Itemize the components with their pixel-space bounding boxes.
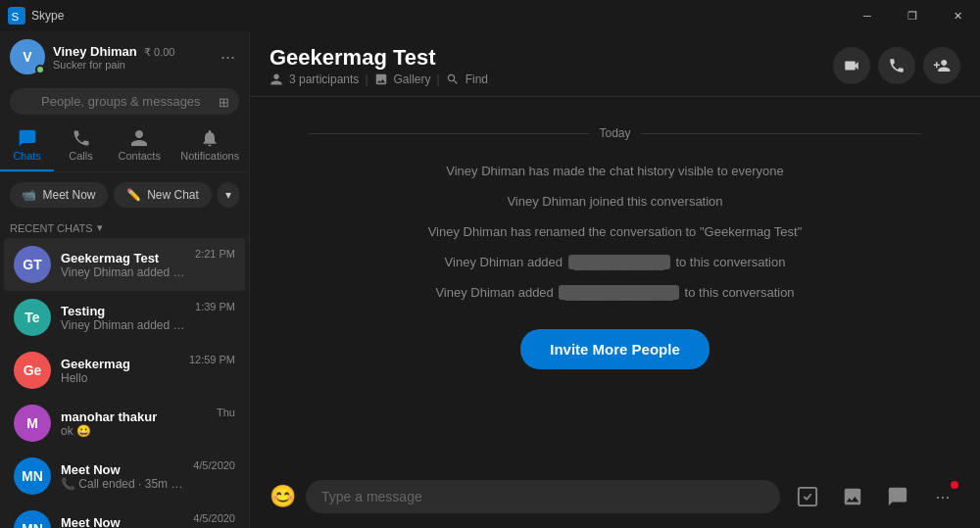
- tab-contacts[interactable]: Contacts: [108, 124, 171, 171]
- chat-avatar: MN: [14, 457, 51, 495]
- video-call-button[interactable]: [833, 47, 870, 84]
- meet-now-icon: 📹: [22, 188, 36, 202]
- search-area: 🔍 ⊞: [0, 82, 249, 120]
- profile-status: Sucker for pain: [53, 59, 174, 71]
- chat-list-item-manohar[interactable]: M manohar thakur ok 😀 Thu: [4, 397, 245, 450]
- chat-header-left: Geekermag Test 3 participants | Gallery …: [270, 45, 488, 86]
- profile-more-icon[interactable]: ···: [217, 43, 239, 72]
- chat-name: Meet Now: [61, 462, 183, 477]
- chat-preview: ok 😀: [61, 424, 207, 438]
- audio-call-button[interactable]: [878, 47, 915, 84]
- avatar[interactable]: V: [10, 39, 45, 74]
- system-message-1: Viney Dhiman has made the chat history v…: [309, 162, 921, 180]
- avatar-initials: V: [23, 49, 31, 65]
- chat-list-item-geekermag-test[interactable]: GT Geekermag Test Viney Dhiman added Mri…: [4, 238, 245, 291]
- messages-area: Today Viney Dhiman has made the chat his…: [250, 97, 980, 469]
- chat-list-item-meet-now-2[interactable]: MN Meet Now 📞 Call ended · 18m 33s 4/5/2…: [4, 503, 245, 528]
- new-chat-dropdown-button[interactable]: ▾: [218, 182, 239, 208]
- chat-avatar: Ge: [14, 352, 51, 389]
- chevron-down-icon: ▾: [97, 221, 103, 234]
- chat-info: Testing Viney Dhiman added Rohit C...: [61, 304, 185, 332]
- new-chat-button[interactable]: ✏️ New Chat: [114, 182, 212, 208]
- chat-avatar: M: [14, 405, 51, 442]
- participants-count: 3 participants: [289, 72, 359, 86]
- tab-calls[interactable]: Calls: [54, 124, 108, 171]
- system-message-4: Viney Dhiman added ██████████ to this co…: [309, 253, 921, 271]
- system-message-5: Viney Dhiman added ████████████ to this …: [309, 283, 921, 302]
- nav-tabs: Chats Calls Contacts Notifications: [0, 120, 249, 172]
- search-wrapper: 🔍 ⊞: [10, 88, 239, 115]
- chat-info: Geekermag Hello: [61, 357, 179, 385]
- svg-rect-2: [799, 488, 816, 505]
- chat-title: Geekermag Test: [270, 45, 488, 71]
- chat-header: Geekermag Test 3 participants | Gallery …: [250, 31, 980, 97]
- action-buttons: 📹 Meet Now ✏️ New Chat ▾: [0, 172, 249, 217]
- chat-list: GT Geekermag Test Viney Dhiman added Mri…: [0, 238, 249, 528]
- titlebar: S Skype ─ ❐ ✕: [0, 0, 980, 31]
- chat-time: Thu: [217, 407, 235, 418]
- profile-name: Viney Dhiman ₹ 0.00: [53, 44, 174, 59]
- chat-avatar: MN: [14, 510, 51, 528]
- chat-list-item-meet-now-1[interactable]: MN Meet Now 📞 Call ended · 35m 46s 4/5/2…: [4, 450, 245, 503]
- close-button[interactable]: ✕: [935, 0, 980, 31]
- invite-more-people-button[interactable]: Invite More People: [520, 329, 710, 369]
- message-input[interactable]: [321, 489, 764, 504]
- chat-preview: Viney Dhiman added Mrikul...: [61, 265, 185, 279]
- restore-button[interactable]: ❐: [890, 0, 935, 31]
- emoji-button[interactable]: 😊: [270, 484, 296, 509]
- chat-info: manohar thakur ok 😀: [61, 409, 207, 438]
- chat-meta: 3 participants | Gallery | Find: [270, 72, 488, 86]
- minimize-button[interactable]: ─: [845, 0, 890, 31]
- tab-chats[interactable]: Chats: [0, 124, 54, 171]
- system-message-3: Viney Dhiman has renamed the conversatio…: [309, 222, 921, 241]
- chat-preview: Viney Dhiman added Rohit C...: [61, 318, 185, 332]
- gallery-link[interactable]: Gallery: [394, 72, 431, 86]
- chat-preview: 📞 Call ended · 35m 46s: [61, 477, 183, 491]
- skype-logo-icon: S: [8, 7, 25, 24]
- media-button[interactable]: [790, 479, 825, 514]
- notification-dot: [951, 481, 958, 489]
- content-area: Geekermag Test 3 participants | Gallery …: [250, 31, 980, 528]
- chat-time: 2:21 PM: [195, 248, 235, 260]
- grid-icon[interactable]: ⊞: [219, 94, 229, 109]
- chat-time: 12:59 PM: [189, 354, 235, 365]
- invite-button-wrapper: Invite More People: [309, 329, 921, 369]
- titlebar-left: S Skype: [8, 7, 64, 24]
- image-button[interactable]: [835, 479, 870, 514]
- titlebar-title: Skype: [31, 9, 64, 23]
- chat-header-actions: [833, 47, 960, 84]
- profile-area: V Viney Dhiman ₹ 0.00 Sucker for pain ··…: [0, 31, 249, 82]
- chat-time: 1:39 PM: [195, 301, 235, 312]
- chat-list-item-geekermag[interactable]: Ge Geekermag Hello 12:59 PM: [4, 344, 245, 397]
- recent-chats-header[interactable]: RECENT CHATS ▾: [0, 217, 249, 238]
- chat-list-item-testing[interactable]: Te Testing Viney Dhiman added Rohit C...…: [4, 291, 245, 344]
- chat-name: manohar thakur: [61, 409, 207, 424]
- more-options-button[interactable]: ···: [925, 479, 960, 514]
- chat-info: Meet Now 📞 Call ended · 18m 33s: [61, 515, 183, 529]
- profile-info: Viney Dhiman ₹ 0.00 Sucker for pain: [53, 44, 174, 71]
- chat-info: Meet Now 📞 Call ended · 35m 46s: [61, 462, 183, 491]
- system-message-2: Viney Dhiman joined this conversation: [309, 192, 921, 211]
- message-input-wrapper: [306, 480, 780, 513]
- chat-name: Geekermag: [61, 357, 179, 371]
- chat-name: Testing: [61, 304, 185, 318]
- new-chat-icon: ✏️: [126, 188, 141, 202]
- chat-info: Geekermag Test Viney Dhiman added Mrikul…: [61, 251, 185, 279]
- search-input[interactable]: [10, 88, 239, 115]
- chat-time: 4/5/2020: [193, 459, 235, 471]
- titlebar-controls: ─ ❐ ✕: [845, 0, 980, 31]
- find-link[interactable]: Find: [466, 72, 488, 86]
- date-label: Today: [599, 126, 630, 140]
- reaction-button[interactable]: [880, 479, 915, 514]
- add-people-button[interactable]: [923, 47, 960, 84]
- message-bar: 😊 ···: [250, 469, 980, 528]
- profile-left: V Viney Dhiman ₹ 0.00 Sucker for pain: [10, 39, 174, 74]
- meet-now-button[interactable]: 📹 Meet Now: [10, 182, 108, 208]
- chat-time: 4/5/2020: [193, 512, 235, 524]
- chat-name: Meet Now: [61, 515, 183, 529]
- avatar-status-indicator: [35, 65, 45, 74]
- chat-name: Geekermag Test: [61, 251, 185, 265]
- tab-notifications[interactable]: Notifications: [171, 124, 249, 171]
- chat-avatar: Te: [14, 299, 51, 336]
- chat-preview: Hello: [61, 371, 179, 385]
